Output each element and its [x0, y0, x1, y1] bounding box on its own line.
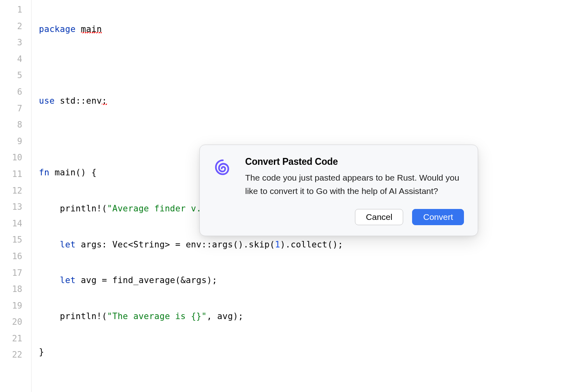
cancel-button[interactable]: Cancel	[355, 209, 403, 225]
dialog-text: Convert Pasted Code The code you just pa…	[245, 156, 464, 198]
code-text: }	[39, 347, 44, 357]
line-number[interactable]: 4	[0, 51, 31, 68]
line-number[interactable]: 20	[0, 314, 31, 330]
line-number[interactable]: 3	[0, 34, 31, 51]
line-number[interactable]: 14	[0, 215, 31, 232]
line-number[interactable]: 9	[0, 133, 31, 150]
line-number[interactable]: 19	[0, 298, 31, 314]
code-line[interactable]: use std::env;	[39, 93, 577, 109]
dialog-body: Convert Pasted Code The code you just pa…	[214, 156, 464, 198]
dialog-button-row: Cancel Convert	[214, 209, 464, 225]
code-text: ).collect();	[280, 240, 343, 249]
keyword: fn	[39, 168, 49, 177]
line-number[interactable]: 8	[0, 117, 31, 133]
keyword: package	[39, 24, 76, 34]
code-editor: 1 2 3 4 5 6 7 8 9 10 11 12 13 14 15 16 1…	[0, 0, 577, 392]
code-line[interactable]	[39, 380, 577, 392]
dialog-title: Convert Pasted Code	[245, 156, 464, 167]
keyword: use	[39, 96, 55, 106]
convert-pasted-code-dialog: Convert Pasted Code The code you just pa…	[199, 145, 478, 236]
line-number[interactable]: 10	[0, 149, 31, 166]
number-literal: 1	[275, 240, 280, 249]
code-line[interactable]	[39, 57, 577, 74]
code-line[interactable]: let avg = find_average(&args);	[39, 272, 577, 289]
line-number[interactable]: 1	[0, 2, 31, 18]
line-number[interactable]: 21	[0, 330, 31, 347]
code-text: std::env;	[60, 96, 107, 106]
line-number[interactable]: 7	[0, 100, 31, 117]
dialog-message: The code you just pasted appears to be R…	[245, 171, 464, 198]
code-text	[39, 240, 60, 249]
code-text: avg = find_average(&args);	[76, 275, 217, 285]
identifier-error: main	[81, 24, 102, 34]
keyword: let	[60, 240, 76, 249]
line-number-gutter: 1 2 3 4 5 6 7 8 9 10 11 12 13 14 15 16 1…	[0, 0, 32, 392]
line-number[interactable]: 2	[0, 18, 31, 35]
line-number[interactable]: 18	[0, 281, 31, 298]
line-number[interactable]: 5	[0, 67, 31, 84]
line-number[interactable]: 12	[0, 183, 31, 199]
convert-button[interactable]: Convert	[412, 209, 464, 225]
line-number[interactable]: 22	[0, 347, 31, 363]
ai-assistant-spiral-icon	[214, 158, 232, 177]
code-text	[39, 275, 60, 285]
code-text: println!(	[39, 311, 107, 321]
keyword: let	[60, 275, 76, 285]
string-literal: "The average is {}"	[107, 311, 207, 321]
code-text: args: Vec<String> = env::args().skip(	[76, 240, 275, 249]
code-line[interactable]: let args: Vec<String> = env::args().skip…	[39, 236, 577, 253]
line-number[interactable]: 17	[0, 265, 31, 281]
code-text: println!(	[39, 204, 107, 213]
line-number[interactable]: 13	[0, 199, 31, 215]
code-line[interactable]: println!("The average is {}", avg);	[39, 308, 577, 325]
code-line[interactable]: }	[39, 344, 577, 360]
line-number[interactable]: 15	[0, 232, 31, 248]
line-number[interactable]: 16	[0, 248, 31, 265]
line-number[interactable]: 11	[0, 166, 31, 183]
line-number[interactable]: 6	[0, 84, 31, 100]
code-line[interactable]	[39, 129, 577, 145]
code-text: , avg);	[207, 311, 244, 321]
code-text: main() {	[55, 168, 97, 177]
code-line[interactable]: package main	[39, 21, 577, 38]
